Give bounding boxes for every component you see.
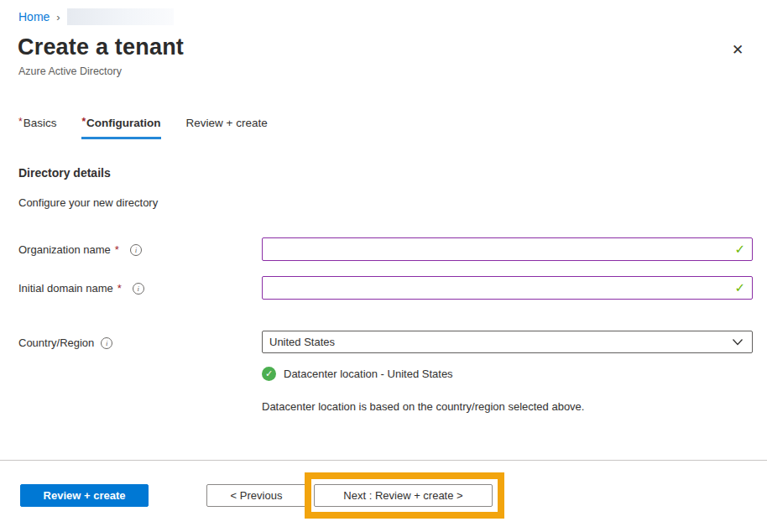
tab-review-create[interactable]: Review + create bbox=[186, 117, 268, 139]
tab-configuration[interactable]: * Configuration bbox=[81, 117, 160, 139]
country-region-select[interactable]: United States bbox=[262, 331, 753, 353]
info-icon[interactable]: i bbox=[133, 283, 144, 295]
initial-domain-name-label: Initial domain name * i bbox=[18, 282, 144, 295]
required-asterisk: * bbox=[115, 243, 119, 256]
breadcrumb-separator-icon: › bbox=[56, 11, 60, 23]
tab-label: Basics bbox=[23, 117, 57, 129]
required-asterisk: * bbox=[117, 282, 122, 295]
info-icon[interactable]: i bbox=[130, 244, 142, 256]
required-asterisk: * bbox=[81, 116, 86, 128]
field-label-text: Country/Region bbox=[18, 336, 94, 349]
page-title: Create a tenant bbox=[18, 34, 184, 60]
field-label-text: Organization name bbox=[18, 243, 111, 256]
organization-name-label: Organization name * i bbox=[18, 243, 142, 256]
country-region-label: Country/Region i bbox=[18, 336, 112, 349]
tab-label: Configuration bbox=[86, 117, 160, 129]
footer-divider bbox=[0, 460, 767, 461]
breadcrumb: Home › bbox=[18, 8, 174, 25]
info-icon[interactable]: i bbox=[101, 337, 112, 349]
review-create-button[interactable]: Review + create bbox=[20, 484, 149, 507]
datacenter-status-text: Datacenter location - United States bbox=[284, 368, 453, 380]
breadcrumb-home-link[interactable]: Home bbox=[18, 10, 50, 23]
section-heading: Directory details bbox=[18, 166, 111, 180]
next-review-create-button[interactable]: Next : Review + create > bbox=[314, 484, 493, 507]
breadcrumb-redacted-item[interactable] bbox=[67, 8, 174, 25]
section-description: Configure your new directory bbox=[18, 196, 158, 209]
datacenter-note: Datacenter location is based on the coun… bbox=[262, 400, 584, 413]
selected-country-value: United States bbox=[269, 336, 732, 348]
close-icon[interactable]: ✕ bbox=[727, 39, 749, 60]
organization-name-field-wrap: ✓ bbox=[262, 237, 753, 261]
tab-label: Review + create bbox=[186, 117, 268, 129]
chevron-down-icon bbox=[732, 338, 744, 347]
initial-domain-name-field-wrap: ✓ bbox=[262, 276, 753, 300]
previous-button[interactable]: < Previous bbox=[206, 484, 306, 507]
organization-name-input[interactable] bbox=[262, 237, 753, 261]
page-subtitle: Azure Active Directory bbox=[18, 65, 122, 77]
field-label-text: Initial domain name bbox=[18, 282, 113, 295]
initial-domain-name-input[interactable] bbox=[262, 276, 753, 300]
tab-basics[interactable]: * Basics bbox=[18, 117, 56, 139]
datacenter-status: ✓ Datacenter location - United States bbox=[262, 367, 453, 381]
wizard-tabs: * Basics * Configuration Review + create bbox=[18, 117, 268, 139]
create-tenant-page: Home › Create a tenant Azure Active Dire… bbox=[0, 0, 767, 532]
success-check-circle-icon: ✓ bbox=[262, 367, 276, 381]
required-asterisk: * bbox=[18, 116, 23, 128]
